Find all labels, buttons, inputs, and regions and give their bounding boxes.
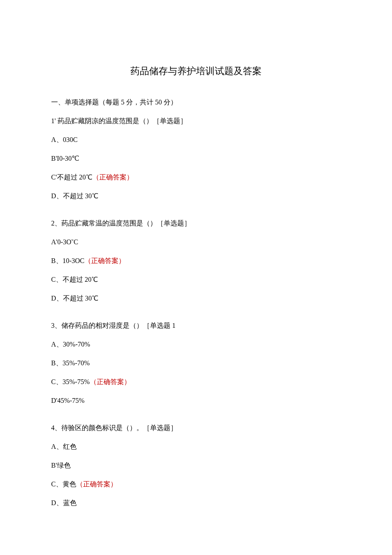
question-option: B'绿色 — [51, 460, 341, 471]
section-header: 一、单项选择题（每题 5 分，共计 50 分） — [51, 97, 341, 107]
question-stem: 4、待验区的颜色标识是（）。［单选题］ — [51, 423, 341, 433]
question-block: 4、待验区的颜色标识是（）。［单选题］A、红色B'绿色C、黄色（正确答案）D、蓝… — [51, 423, 341, 508]
correct-answer-label: （正确答案） — [76, 480, 117, 488]
question-option: B、10-3OC（正确答案） — [51, 256, 341, 266]
question-option: B、35%-70% — [51, 358, 341, 368]
option-text: B、10-3OC — [51, 257, 84, 264]
correct-answer-label: （正确答案） — [90, 378, 131, 385]
option-text: D、不超过 30℃ — [51, 295, 98, 302]
question-stem: 2、药品贮藏常温的温度范围是（）［单选题］ — [51, 218, 341, 228]
question-option: D、不超过 30℃ — [51, 293, 341, 304]
question-block: 3、储存药品的相对湿度是（）［单选题 1A、30%-70%B、35%-70%C、… — [51, 321, 341, 406]
option-text: A'0-3O˜C — [51, 238, 78, 246]
option-text: B'I0-30℃ — [51, 155, 79, 162]
option-text: C'不超过 20℃ — [51, 173, 92, 181]
question-block: 1' 药品贮藏阴凉的温度范围是（）［单选题］A、030CB'I0-30℃C'不超… — [51, 116, 341, 201]
option-text: D、蓝色 — [51, 499, 77, 506]
question-option: D、蓝色 — [51, 498, 341, 508]
option-text: A、红色 — [51, 443, 77, 450]
question-option: D、不超过 30℃ — [51, 191, 341, 201]
option-text: A、030C — [51, 136, 78, 143]
question-option: C、35%-75%（正确答案） — [51, 377, 341, 387]
question-option: A'0-3O˜C — [51, 237, 341, 247]
question-stem: 1' 药品贮藏阴凉的温度范围是（）［单选题］ — [51, 116, 341, 126]
option-text: B'绿色 — [51, 462, 71, 469]
correct-answer-label: （正确答案） — [84, 257, 125, 264]
option-text: C、35%-75% — [51, 378, 90, 385]
option-text: C、黄色 — [51, 480, 76, 488]
question-option: A、30%-70% — [51, 339, 341, 350]
question-option: A、红色 — [51, 442, 341, 452]
question-block: 2、药品贮藏常温的温度范围是（）［单选题］A'0-3O˜CB、10-3OC（正确… — [51, 218, 341, 304]
option-text: C、不超过 20℃ — [51, 276, 98, 283]
option-text: D、不超过 30℃ — [51, 192, 98, 199]
question-option: A、030C — [51, 135, 341, 145]
questions-container: 1' 药品贮藏阴凉的温度范围是（）［单选题］A、030CB'I0-30℃C'不超… — [51, 116, 341, 508]
question-option: B'I0-30℃ — [51, 153, 341, 164]
question-option: C'不超过 20℃（正确答案） — [51, 172, 341, 182]
option-text: D'45%-75% — [51, 397, 84, 404]
question-option: C、黄色（正确答案） — [51, 479, 341, 489]
question-stem: 3、储存药品的相对湿度是（）［单选题 1 — [51, 321, 341, 331]
option-text: B、35%-70% — [51, 359, 90, 367]
document-title: 药品储存与养护培训试题及答案 — [51, 64, 341, 78]
question-option: C、不超过 20℃ — [51, 275, 341, 285]
question-option: D'45%-75% — [51, 396, 341, 406]
correct-answer-label: （正确答案） — [92, 173, 133, 181]
option-text: A、30%-70% — [51, 341, 90, 348]
